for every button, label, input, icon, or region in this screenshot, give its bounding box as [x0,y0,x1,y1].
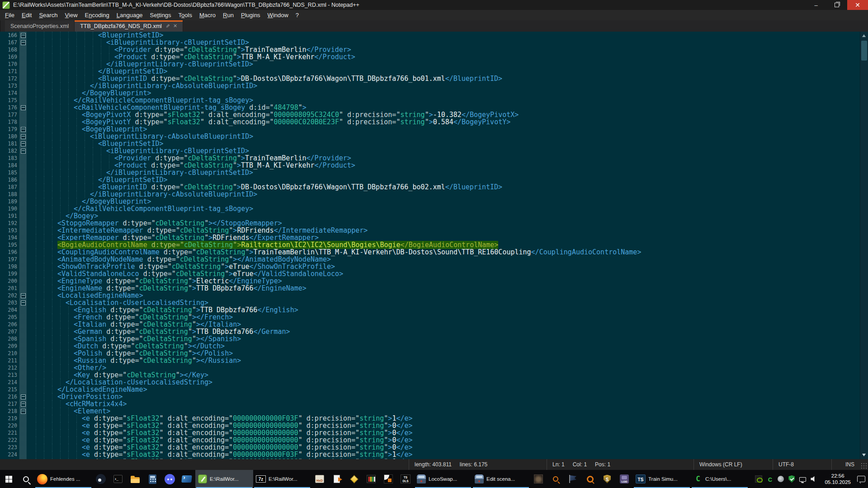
tray-defender-icon[interactable] [788,475,795,483]
code-line-209[interactable]: 209<Dutch d:type="cDeltaString"></Dutch> [0,343,860,350]
code-line-186[interactable]: 186</BlueprintSetID> [0,176,860,183]
taskbar-file-explorer-button[interactable] [127,470,144,488]
scrollbar-thumb[interactable] [861,41,867,61]
fold-collapse-icon[interactable] [21,293,26,298]
taskbar-sevenzip-button[interactable]: E:\RailWor... [253,470,311,488]
menu-search[interactable]: Search [35,10,61,20]
code-line-181[interactable]: 181<BlueprintSetID> [0,140,860,147]
code-line-212[interactable]: 212<Other/> [0,364,860,371]
status-eol-format[interactable]: Windows (CR LF) [693,459,773,470]
code-line-197[interactable]: 197<AnimatedBodyNodeName d:type="cDeltaS… [0,256,860,263]
code-line-174[interactable]: 174</BogeyBlueprint> [0,89,860,97]
code-line-203[interactable]: 203<Localisation-cUserLocalisedString> [0,299,860,306]
code-line-216[interactable]: 216<DriverPosition> [0,393,860,400]
tab-TTB_DBpbzfa766_NDS_RD.xml[interactable]: TTB_DBpbzfa766_NDS_RD.xml✎✕ [75,20,183,32]
taskbar-shield-s-tool-button[interactable] [599,470,616,488]
taskbar-ts-dls-button[interactable] [397,470,414,488]
fold-collapse-icon[interactable] [21,141,26,146]
menu-help[interactable]: ? [292,10,302,20]
code-line-217[interactable]: 217<cHcRMatrix4x4> [0,400,860,408]
taskbar-command-prompt-button[interactable] [109,470,127,488]
code-line-166[interactable]: 166<BlueprintSetID> [0,32,860,39]
fold-collapse-icon[interactable] [21,33,26,38]
code-line-208[interactable]: 208<Spanish d:type="cDeltaString"></Span… [0,335,860,343]
status-insert-mode[interactable]: INS [831,459,860,470]
taskbar-search-tool-orange-2-button[interactable] [581,470,599,488]
taskbar-hxd-button[interactable] [311,470,328,488]
menu-edit[interactable]: Edit [18,10,35,20]
tab-ScenarioProperties.xml[interactable]: ScenarioProperties.xml [5,20,75,32]
code-line-184[interactable]: 184<Product d:type="cDeltaString">TTB_M-… [0,162,860,169]
taskbar-clock[interactable]: 22:56 05.10.2025 [821,473,854,485]
menu-view[interactable]: View [61,10,81,20]
code-line-211[interactable]: 211<Russian d:type="cDeltaString"></Russ… [0,357,860,364]
code-line-218[interactable]: 218<Element> [0,408,860,415]
code-line-168[interactable]: 168<Provider d:type="cDeltaString">Train… [0,46,860,53]
taskbar-edit-scenario-button[interactable]: Edit scena... [472,470,530,488]
code-line-207[interactable]: 207<German d:type="cDeltaString">TTB DBp… [0,328,860,335]
menu-plugins[interactable]: Plugins [237,10,264,20]
code-line-196[interactable]: 196<CouplingAudioControlName d:type="cDe… [0,249,860,256]
code-line-175[interactable]: 175</cRailVehicleComponentBlueprint-tag_… [0,97,860,104]
code-line-221[interactable]: 221<e d:type="sFloat32" d:alt_encoding="… [0,429,860,436]
fold-collapse-icon[interactable] [21,300,26,305]
code-line-198[interactable]: 198<ShowOnTrackProfile d:type="cDeltaStr… [0,263,860,270]
fold-collapse-icon[interactable] [21,134,26,139]
menu-language[interactable]: Language [113,10,146,20]
taskbar-train-simulator-button[interactable]: Train Simu... [633,470,691,488]
code-line-202[interactable]: 202<LocalisedEngineName> [0,292,860,299]
code-line-191[interactable]: 191</Bogey> [0,212,860,220]
code-line-204[interactable]: 204<English d:type="cDeltaString">TTB DB… [0,306,860,314]
close-button[interactable]: ✕ [847,0,868,10]
code-line-214[interactable]: 214</Localisation-cUserLocalisedString> [0,379,860,386]
pin-tab-icon[interactable]: ✎ [165,24,170,28]
taskbar-ts-tool-diamond-button[interactable] [345,470,363,488]
code-line-213[interactable]: 213<Key d:type="cDeltaString"></Key> [0,371,860,379]
vertical-scrollbar[interactable] [860,32,868,459]
menu-window[interactable]: Window [264,10,292,20]
taskbar-flag-tool-button[interactable] [564,470,581,488]
fold-collapse-icon[interactable] [21,394,26,399]
menu-tools[interactable]: Tools [175,10,196,20]
taskbar-powershell-button[interactable] [178,470,195,488]
code-line-183[interactable]: 183<Provider d:type="cDeltaString">Train… [0,155,860,162]
tray-context-tray-icon[interactable] [767,475,773,483]
minimize-button[interactable]: – [806,0,826,10]
code-line-193[interactable]: 193<IntermediateRemapper d:type="cDeltaS… [0,227,860,234]
menu-file[interactable]: File [1,10,18,20]
code-line-224[interactable]: 224<e d:type="sFloat32" d:alt_encoding="… [0,451,860,458]
code-line-215[interactable]: 215</LocalisedEngineName> [0,386,860,393]
fold-collapse-icon[interactable] [21,127,26,132]
code-line-167[interactable]: 167<iBlueprintLibrary-cBlueprintSetID> [0,39,860,46]
taskbar-rw-tool-dxr-button[interactable] [363,470,380,488]
code-line-182[interactable]: 182<iBlueprintLibrary-cBlueprintSetID> [0,147,860,155]
taskbar-locoswap-button[interactable]: LocoSwap... [414,470,472,488]
tray-nvidia-icon[interactable] [755,475,762,483]
tray-volume-icon[interactable] [811,476,816,482]
scroll-up-arrow-icon[interactable] [862,34,866,37]
code-line-170[interactable]: 170</iBlueprintLibrary-cBlueprintSetID> [0,61,860,68]
taskbar-search-button[interactable] [17,470,34,488]
menu-settings[interactable]: Settings [146,10,175,20]
code-line-190[interactable]: 190</cRailVehicleComponentBlueprint-tag_… [0,205,860,212]
code-line-220[interactable]: 220<e d:type="sFloat32" d:alt_encoding="… [0,422,860,429]
code-line-177[interactable]: 177<BogeyPivotX d:type="sFloat32" d:alt_… [0,111,860,118]
taskbar-firefox-button[interactable]: Fehlendes ... [34,470,92,488]
code-line-187[interactable]: 187<BlueprintID d:type="cDeltaString">DB… [0,183,860,191]
code-line-200[interactable]: 200<EngineType d:type="cDeltaString">Ele… [0,277,860,285]
code-line-172[interactable]: 172<BlueprintID d:type="cDeltaString">DB… [0,75,860,82]
code-line-210[interactable]: 210<Polish d:type="cDeltaString"></Polis… [0,350,860,357]
taskbar-lod-tool-button[interactable] [616,470,633,488]
fold-collapse-icon[interactable] [21,40,26,45]
code-line-185[interactable]: 185</iBlueprintLibrary-cBlueprintSetID> [0,169,860,176]
code-line-222[interactable]: 222<e d:type="sFloat32" d:alt_encoding="… [0,436,860,444]
tray-network-icon[interactable] [799,477,806,482]
close-tab-icon[interactable]: ✕ [173,23,177,28]
taskbar-steam-button[interactable] [92,470,109,488]
code-line-179[interactable]: 179<BogeyBlueprint> [0,126,860,133]
code-line-180[interactable]: 180<iBlueprintLibrary-cAbsoluteBlueprint… [0,133,860,140]
code-line-173[interactable]: 173</iBlueprintLibrary-cAbsoluteBlueprin… [0,82,860,89]
code-line-171[interactable]: 171</BlueprintSetID> [0,68,860,75]
taskbar-context-editor-button[interactable]: C:\Users\... [691,470,749,488]
code-line-195[interactable]: 195<BogieAudioControlName d:type="cDelta… [0,241,860,249]
